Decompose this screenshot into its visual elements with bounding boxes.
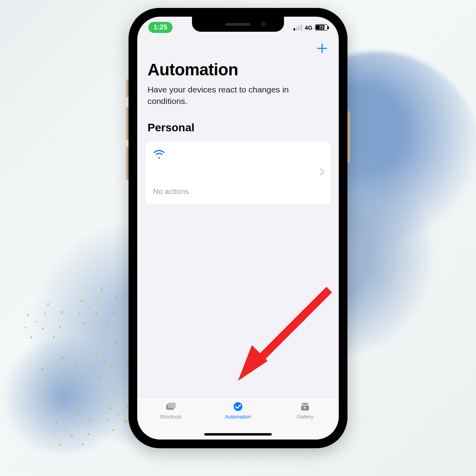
cellular-signal-icon [294, 25, 302, 31]
tab-label: Gallery [297, 414, 313, 420]
svg-rect-3 [168, 403, 176, 408]
add-automation-button[interactable] [314, 40, 330, 59]
tab-label: Shortcuts [160, 414, 182, 420]
status-time-pill: 1:25 [148, 22, 173, 33]
automation-card[interactable]: No actions [145, 141, 331, 205]
battery-percent: 73 [319, 25, 324, 30]
phone-side-button [347, 111, 350, 163]
phone-mockup: 1:25 4G 73 [129, 8, 347, 448]
network-label: 4G [305, 24, 313, 31]
page-subtitle: Have your devices react to changes in co… [148, 84, 318, 107]
home-indicator[interactable] [204, 433, 272, 436]
tab-gallery[interactable]: Gallery [272, 401, 339, 420]
tab-bar: Shortcuts Automation [137, 397, 339, 440]
battery-icon: 73 [315, 24, 328, 31]
title-block: Automation Have your devices react to ch… [137, 60, 339, 134]
speaker-grille [225, 23, 251, 26]
front-camera [261, 22, 266, 27]
nav-bar [137, 38, 339, 60]
status-right-cluster: 4G 73 [294, 24, 328, 31]
tab-shortcuts[interactable]: Shortcuts [137, 401, 204, 420]
chevron-right-icon [320, 168, 324, 178]
plus-icon [317, 43, 328, 54]
screen: 1:25 4G 73 [137, 17, 339, 440]
shortcuts-icon [165, 401, 177, 412]
gallery-icon [299, 401, 311, 412]
tab-automation[interactable]: Automation [204, 401, 271, 420]
page-title: Automation [148, 60, 328, 79]
phone-frame: 1:25 4G 73 [129, 8, 347, 448]
notch [192, 17, 284, 32]
automation-card-subtitle: No actions [153, 187, 323, 196]
automation-icon [232, 401, 244, 412]
wifi-icon [153, 149, 165, 159]
svg-point-4 [234, 402, 242, 411]
section-personal-header: Personal [148, 121, 328, 134]
svg-rect-5 [302, 403, 308, 405]
tab-label: Automation [225, 414, 251, 420]
